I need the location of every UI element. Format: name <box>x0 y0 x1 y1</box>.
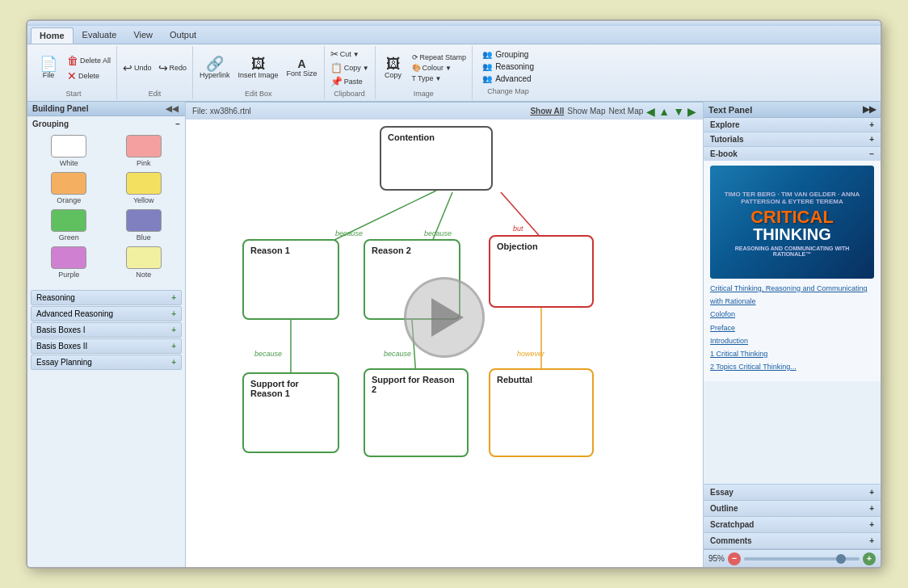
color-box-purple[interactable] <box>51 246 86 269</box>
node-support1[interactable]: Support for Reason 1 <box>242 372 339 453</box>
image-group-label: Image <box>414 90 434 98</box>
outline-section[interactable]: Outline + <box>704 501 881 517</box>
scratchpad-section[interactable]: Scratchpad + <box>704 517 881 533</box>
scratchpad-label: Scratchpad <box>710 520 754 529</box>
section-essay-planning[interactable]: Essay Planning + <box>31 355 182 370</box>
zoom-thumb[interactable] <box>836 554 846 564</box>
ebook-link-5[interactable]: 2 Topics Critical Thinking... <box>710 360 874 373</box>
tab-evaluate[interactable]: Evaluate <box>74 27 125 44</box>
zoom-level-text: 95% <box>708 554 725 563</box>
tab-home[interactable]: Home <box>31 27 74 44</box>
color-grid: White Pink Orange Yellow <box>32 133 180 280</box>
grouping-item[interactable]: 👥 Grouping <box>481 49 536 60</box>
zoom-minus-button[interactable]: − <box>728 552 741 565</box>
advanced-reasoning-expand-icon: + <box>171 309 176 318</box>
panel-collapse-button[interactable]: ◀◀ <box>164 104 180 113</box>
ebook-cover[interactable]: TIMO TER BERG · TIM VAN GELDER · ANNA PA… <box>710 166 874 279</box>
delete-col: 🗑 Delete All ✕ Delete <box>65 53 113 83</box>
delete-button[interactable]: ✕ Delete <box>65 69 113 83</box>
undo-button[interactable]: ↩ Undo <box>120 61 154 75</box>
color-box-pink[interactable] <box>126 135 162 158</box>
essay-section[interactable]: Essay + <box>704 485 881 501</box>
outline-label: Outline <box>710 504 738 513</box>
ribbon-group-image: 🖼 Copy ⟳ Repeat Stamp 🎨 Colour ▼ T <box>376 46 473 99</box>
ebook-link-0[interactable]: Critical Thinking, Reasoning and Communi… <box>710 282 874 308</box>
type-button[interactable]: T Type ▼ <box>410 74 469 83</box>
comments-section[interactable]: Comments + <box>704 533 881 549</box>
copy-button[interactable]: 📋 Copy ▼ <box>328 61 372 74</box>
ribbon-group-clipboard: ✂ Cut ▼ 📋 Copy ▼ 📌 Paste Clipboard <box>325 46 376 99</box>
comments-expand-icon: + <box>869 536 874 545</box>
hyperlink-button[interactable]: 🔗 Hyperlink <box>196 55 233 81</box>
colour-button[interactable]: 🎨 Colour ▼ <box>410 63 469 73</box>
ebook-link-4[interactable]: 1 Critical Thinking <box>710 347 874 360</box>
panel-expand-icon[interactable]: ▶▶ <box>863 104 876 115</box>
node-reason1[interactable]: Reason 1 <box>242 239 339 320</box>
ebook-header[interactable]: E-book − <box>704 147 881 161</box>
ribbon-tabs: Home Evaluate View Output <box>27 26 881 44</box>
advanced-item[interactable]: 👥 Advanced <box>481 74 536 84</box>
repeat-stamp-button[interactable]: ⟳ Repeat Stamp <box>410 52 469 62</box>
text-panel-title: Text Panel <box>708 105 752 115</box>
essay-planning-expand-icon: + <box>171 358 176 367</box>
connector-label-support2: because <box>384 350 411 358</box>
zoom-plus-button[interactable]: + <box>863 552 876 565</box>
color-box-green[interactable] <box>51 209 86 232</box>
color-box-blue[interactable] <box>126 209 162 232</box>
image-copy-button[interactable]: 🖼 Copy <box>379 55 408 81</box>
ebook-link-3[interactable]: Introduction <box>710 334 874 347</box>
tab-output[interactable]: Output <box>162 27 204 44</box>
section-basis-boxes-i[interactable]: Basis Boxes I + <box>31 322 182 338</box>
node-support2[interactable]: Support for Reason 2 <box>364 368 469 457</box>
connector-label-reason1: because <box>335 229 363 237</box>
outline-expand-icon: + <box>869 504 874 513</box>
tutorials-header[interactable]: Tutorials + <box>704 132 881 146</box>
changemap-group-label: Change Map <box>487 87 529 95</box>
edit-group-label: Edit <box>149 90 162 98</box>
grouping-collapse-icon[interactable]: − <box>175 120 180 128</box>
ebook-label: E-book <box>710 149 738 158</box>
ebook-link-1[interactable]: Colofon <box>710 308 874 321</box>
ebook-link-2[interactable]: Preface <box>710 321 874 334</box>
insert-image-button[interactable]: 🖼 Insert Image <box>235 55 282 81</box>
play-button[interactable] <box>404 277 485 358</box>
reasoning-item[interactable]: 👥 Reasoning <box>481 61 536 72</box>
redo-button[interactable]: ↪ Redo <box>156 61 190 75</box>
file-button[interactable]: 📄 File <box>34 55 63 81</box>
color-item-white: White <box>34 135 104 167</box>
clipboard-group-label: Clipboard <box>334 90 365 98</box>
ebook-links: Critical Thinking, Reasoning and Communi… <box>710 279 874 376</box>
color-box-orange[interactable] <box>51 172 86 195</box>
connector-label-support1: because <box>254 350 282 358</box>
zoom-slider[interactable] <box>744 557 860 561</box>
section-advanced-reasoning[interactable]: Advanced Reasoning + <box>31 306 182 321</box>
node-objection[interactable]: Objection <box>489 235 594 308</box>
color-item-pink: Pink <box>109 135 179 167</box>
explore-label: Explore <box>710 120 740 129</box>
paste-button[interactable]: 📌 Paste <box>328 75 372 88</box>
play-triangle-icon <box>431 298 464 337</box>
delete-all-button[interactable]: 🗑 Delete All <box>65 53 113 68</box>
clipboard-group-inner: ✂ Cut ▼ 📋 Copy ▼ 📌 Paste <box>328 48 372 88</box>
explore-section: Explore + <box>704 118 881 132</box>
ebook-collapse-icon: − <box>869 149 874 158</box>
main-area: Building Panel ◀◀ Grouping − White Pink <box>27 102 881 567</box>
font-size-button[interactable]: A Font Size <box>284 57 321 79</box>
color-label-blue: Blue <box>137 233 151 242</box>
color-box-note[interactable] <box>126 246 162 269</box>
grouping-section: Grouping − White Pink Orange <box>27 116 185 284</box>
ribbon-group-edit: ↩ Undo ↪ Redo Edit <box>117 46 193 99</box>
explore-header[interactable]: Explore + <box>704 118 881 132</box>
color-label-green: Green <box>59 233 79 242</box>
editbox-group-label: Edit Box <box>245 90 272 98</box>
tab-view[interactable]: View <box>125 27 161 44</box>
basis-boxes-i-expand-icon: + <box>171 326 176 334</box>
color-box-yellow[interactable] <box>126 172 162 195</box>
color-label-orange: Orange <box>57 196 81 204</box>
node-contention[interactable]: Contention <box>380 126 493 191</box>
color-box-white[interactable] <box>51 135 86 158</box>
section-reasoning[interactable]: Reasoning + <box>31 290 182 305</box>
node-rebuttal[interactable]: Rebuttal <box>489 368 594 457</box>
section-basis-boxes-ii[interactable]: Basis Boxes II + <box>31 338 182 354</box>
cut-button[interactable]: ✂ Cut ▼ <box>328 48 372 61</box>
